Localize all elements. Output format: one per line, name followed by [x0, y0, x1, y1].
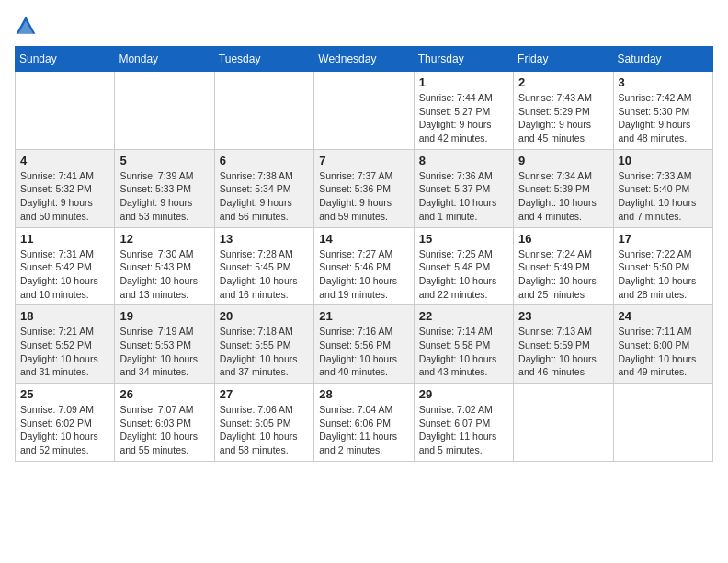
- day-number: 12: [119, 232, 209, 246]
- day-info: Sunrise: 7:27 AM Sunset: 5:46 PM Dayligh…: [319, 247, 408, 302]
- calendar-cell: 26Sunrise: 7:07 AM Sunset: 6:03 PM Dayli…: [115, 384, 214, 462]
- day-of-week-header: Monday: [115, 47, 214, 72]
- day-number: 18: [20, 309, 109, 323]
- day-number: 14: [319, 232, 408, 246]
- day-info: Sunrise: 7:06 AM Sunset: 6:05 PM Dayligh…: [220, 403, 309, 457]
- logo-icon: [15, 15, 37, 37]
- day-info: Sunrise: 7:18 AM Sunset: 5:55 PM Dayligh…: [220, 325, 309, 379]
- day-number: 7: [319, 154, 408, 167]
- day-info: Sunrise: 7:39 AM Sunset: 5:33 PM Dayligh…: [119, 169, 209, 224]
- day-number: 6: [220, 154, 309, 167]
- day-number: 10: [619, 154, 708, 167]
- day-info: Sunrise: 7:16 AM Sunset: 5:56 PM Dayligh…: [319, 325, 408, 379]
- day-info: Sunrise: 7:07 AM Sunset: 6:03 PM Dayligh…: [119, 403, 209, 457]
- calendar-cell: [115, 72, 214, 150]
- day-number: 3: [619, 75, 708, 89]
- calendar-cell: 12Sunrise: 7:30 AM Sunset: 5:43 PM Dayli…: [115, 227, 214, 305]
- day-info: Sunrise: 7:33 AM Sunset: 5:40 PM Dayligh…: [619, 169, 708, 224]
- day-number: 5: [119, 154, 209, 167]
- calendar-cell: 19Sunrise: 7:19 AM Sunset: 5:53 PM Dayli…: [115, 305, 214, 384]
- calendar-cell: 9Sunrise: 7:34 AM Sunset: 5:39 PM Daylig…: [514, 149, 613, 227]
- day-number: 13: [220, 232, 309, 246]
- calendar-cell: 25Sunrise: 7:09 AM Sunset: 6:02 PM Dayli…: [16, 384, 115, 462]
- calendar-cell: 7Sunrise: 7:37 AM Sunset: 5:36 PM Daylig…: [314, 149, 414, 227]
- calendar-cell: 2Sunrise: 7:43 AM Sunset: 5:29 PM Daylig…: [514, 72, 613, 150]
- day-number: 23: [518, 309, 608, 323]
- calendar-cell: 14Sunrise: 7:27 AM Sunset: 5:46 PM Dayli…: [314, 227, 414, 305]
- day-number: 9: [518, 154, 608, 167]
- calendar-cell: 28Sunrise: 7:04 AM Sunset: 6:06 PM Dayli…: [314, 384, 414, 462]
- day-info: Sunrise: 7:43 AM Sunset: 5:29 PM Dayligh…: [518, 91, 608, 145]
- day-number: 17: [619, 232, 708, 246]
- calendar-cell: 10Sunrise: 7:33 AM Sunset: 5:40 PM Dayli…: [613, 149, 712, 227]
- calendar-cell: 18Sunrise: 7:21 AM Sunset: 5:52 PM Dayli…: [16, 305, 115, 384]
- day-number: 11: [20, 232, 109, 246]
- day-info: Sunrise: 7:41 AM Sunset: 5:32 PM Dayligh…: [20, 169, 109, 224]
- day-number: 24: [619, 309, 708, 323]
- day-number: 16: [518, 232, 608, 246]
- day-number: 8: [419, 154, 508, 167]
- day-number: 4: [20, 154, 109, 167]
- calendar-cell: 11Sunrise: 7:31 AM Sunset: 5:42 PM Dayli…: [16, 227, 115, 305]
- calendar-cell: 1Sunrise: 7:44 AM Sunset: 5:27 PM Daylig…: [414, 72, 513, 150]
- day-info: Sunrise: 7:30 AM Sunset: 5:43 PM Dayligh…: [119, 247, 209, 302]
- day-of-week-header: Saturday: [613, 47, 712, 72]
- calendar-cell: 17Sunrise: 7:22 AM Sunset: 5:50 PM Dayli…: [613, 227, 712, 305]
- day-number: 25: [20, 387, 109, 401]
- calendar-cell: 15Sunrise: 7:25 AM Sunset: 5:48 PM Dayli…: [414, 227, 513, 305]
- day-of-week-header: Sunday: [16, 47, 115, 72]
- day-info: Sunrise: 7:02 AM Sunset: 6:07 PM Dayligh…: [419, 403, 508, 457]
- calendar-cell: 8Sunrise: 7:36 AM Sunset: 5:37 PM Daylig…: [414, 149, 513, 227]
- day-info: Sunrise: 7:25 AM Sunset: 5:48 PM Dayligh…: [419, 247, 508, 302]
- header: [15, 15, 713, 37]
- day-info: Sunrise: 7:38 AM Sunset: 5:34 PM Dayligh…: [220, 169, 309, 224]
- day-info: Sunrise: 7:09 AM Sunset: 6:02 PM Dayligh…: [20, 403, 109, 457]
- calendar-cell: 16Sunrise: 7:24 AM Sunset: 5:49 PM Dayli…: [514, 227, 613, 305]
- day-of-week-header: Thursday: [414, 47, 513, 72]
- week-row: 4Sunrise: 7:41 AM Sunset: 5:32 PM Daylig…: [16, 149, 713, 227]
- day-info: Sunrise: 7:31 AM Sunset: 5:42 PM Dayligh…: [20, 247, 109, 302]
- week-row: 18Sunrise: 7:21 AM Sunset: 5:52 PM Dayli…: [16, 305, 713, 384]
- calendar-cell: 22Sunrise: 7:14 AM Sunset: 5:58 PM Dayli…: [414, 305, 513, 384]
- day-number: 2: [518, 75, 608, 89]
- day-number: 26: [119, 387, 209, 401]
- calendar-cell: 6Sunrise: 7:38 AM Sunset: 5:34 PM Daylig…: [214, 149, 313, 227]
- day-info: Sunrise: 7:28 AM Sunset: 5:45 PM Dayligh…: [220, 247, 309, 302]
- day-info: Sunrise: 7:36 AM Sunset: 5:37 PM Dayligh…: [419, 169, 508, 224]
- day-number: 19: [119, 309, 209, 323]
- day-number: 1: [419, 75, 508, 89]
- day-number: 28: [319, 387, 408, 401]
- day-info: Sunrise: 7:22 AM Sunset: 5:50 PM Dayligh…: [619, 247, 708, 302]
- calendar-cell: 23Sunrise: 7:13 AM Sunset: 5:59 PM Dayli…: [514, 305, 613, 384]
- calendar: SundayMondayTuesdayWednesdayThursdayFrid…: [15, 46, 713, 462]
- calendar-cell: [214, 72, 313, 150]
- calendar-cell: [514, 384, 613, 462]
- day-of-week-header: Wednesday: [314, 47, 414, 72]
- day-info: Sunrise: 7:14 AM Sunset: 5:58 PM Dayligh…: [419, 325, 508, 379]
- day-number: 22: [419, 309, 508, 323]
- day-of-week-header: Tuesday: [214, 47, 313, 72]
- calendar-cell: 24Sunrise: 7:11 AM Sunset: 6:00 PM Dayli…: [613, 305, 712, 384]
- calendar-cell: 4Sunrise: 7:41 AM Sunset: 5:32 PM Daylig…: [16, 149, 115, 227]
- day-number: 21: [319, 309, 408, 323]
- calendar-cell: 13Sunrise: 7:28 AM Sunset: 5:45 PM Dayli…: [214, 227, 313, 305]
- day-info: Sunrise: 7:34 AM Sunset: 5:39 PM Dayligh…: [518, 169, 608, 224]
- calendar-cell: [16, 72, 115, 150]
- day-info: Sunrise: 7:24 AM Sunset: 5:49 PM Dayligh…: [518, 247, 608, 302]
- day-info: Sunrise: 7:13 AM Sunset: 5:59 PM Dayligh…: [518, 325, 608, 379]
- day-number: 15: [419, 232, 508, 246]
- calendar-cell: 21Sunrise: 7:16 AM Sunset: 5:56 PM Dayli…: [314, 305, 414, 384]
- day-info: Sunrise: 7:21 AM Sunset: 5:52 PM Dayligh…: [20, 325, 109, 379]
- calendar-cell: 3Sunrise: 7:42 AM Sunset: 5:30 PM Daylig…: [613, 72, 712, 150]
- calendar-cell: [613, 384, 712, 462]
- day-info: Sunrise: 7:19 AM Sunset: 5:53 PM Dayligh…: [119, 325, 209, 379]
- day-of-week-header: Friday: [514, 47, 613, 72]
- calendar-cell: 20Sunrise: 7:18 AM Sunset: 5:55 PM Dayli…: [214, 305, 313, 384]
- day-number: 27: [220, 387, 309, 401]
- day-number: 29: [419, 387, 508, 401]
- day-info: Sunrise: 7:04 AM Sunset: 6:06 PM Dayligh…: [319, 403, 408, 457]
- day-info: Sunrise: 7:42 AM Sunset: 5:30 PM Dayligh…: [619, 91, 708, 145]
- day-info: Sunrise: 7:44 AM Sunset: 5:27 PM Dayligh…: [419, 91, 508, 145]
- calendar-cell: 27Sunrise: 7:06 AM Sunset: 6:05 PM Dayli…: [214, 384, 313, 462]
- day-info: Sunrise: 7:37 AM Sunset: 5:36 PM Dayligh…: [319, 169, 408, 224]
